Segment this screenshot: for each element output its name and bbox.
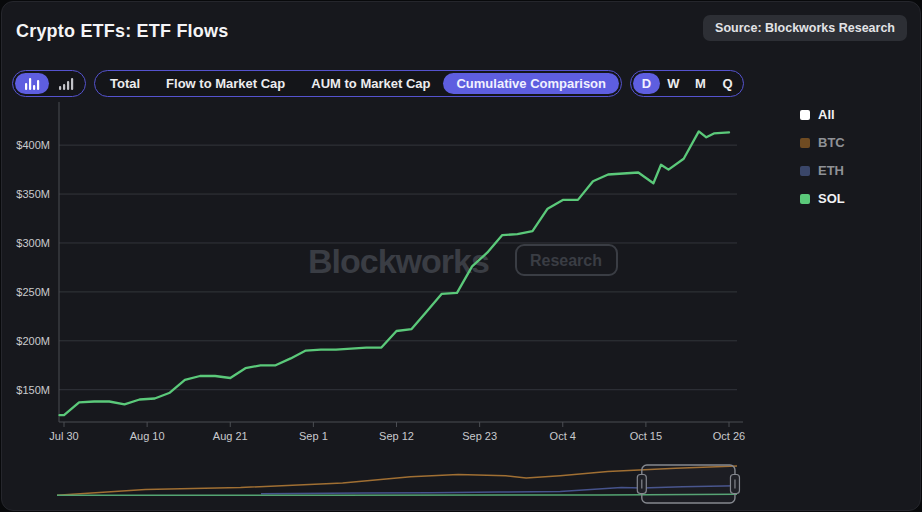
tab-flow-to-market-cap[interactable]: Flow to Market Cap	[153, 73, 298, 94]
legend-swatch-btc	[800, 138, 810, 148]
y-tick-label: $250M	[16, 286, 50, 298]
navigator-chart[interactable]	[57, 462, 737, 503]
chart-type-bar-button[interactable]	[15, 73, 49, 94]
legend-swatch-all	[800, 110, 810, 120]
x-tick-label: Aug 21	[213, 430, 248, 442]
tab-aum-to-market-cap[interactable]: AUM to Market Cap	[298, 73, 443, 94]
y-tick-label: $200M	[16, 335, 50, 347]
x-tick-label: Jul 30	[49, 430, 78, 442]
chart-card: $150M$200M$250M$300M$350M$400MJul 30Aug …	[1, 1, 921, 511]
y-tick-label: $300M	[16, 237, 50, 249]
x-tick-label: Sep 1	[299, 430, 328, 442]
page-title: Crypto ETFs: ETF Flows	[16, 21, 228, 42]
legend-item-btc[interactable]: BTC	[800, 135, 845, 150]
tab-cumulative-comparison[interactable]: Cumulative Comparison	[443, 73, 619, 94]
y-tick-label: $350M	[16, 188, 50, 200]
x-tick-label: Oct 15	[630, 430, 662, 442]
chart-type-column-button[interactable]	[49, 73, 83, 94]
chart-plot-area[interactable]	[59, 106, 737, 422]
legend-label-eth: ETH	[818, 163, 844, 178]
x-tick-label: Sep 12	[379, 430, 414, 442]
legend-item-all[interactable]: All	[800, 107, 845, 122]
period-toggle: D W M Q	[630, 70, 744, 97]
legend-swatch-eth	[800, 166, 810, 176]
legend-item-eth[interactable]: ETH	[800, 163, 845, 178]
y-tick-label: $150M	[16, 384, 50, 396]
legend-label-sol: SOL	[818, 191, 845, 206]
x-tick-label: Aug 10	[130, 430, 165, 442]
legend-swatch-sol	[800, 194, 810, 204]
period-month-button[interactable]: M	[687, 73, 714, 94]
tab-total[interactable]: Total	[97, 73, 153, 94]
legend-item-sol[interactable]: SOL	[800, 191, 845, 206]
legend-label-btc: BTC	[818, 135, 845, 150]
period-day-button[interactable]: D	[633, 73, 660, 94]
x-tick-label: Sep 23	[462, 430, 497, 442]
y-tick-label: $400M	[16, 139, 50, 151]
column-chart-icon	[58, 77, 74, 91]
period-week-button[interactable]: W	[660, 73, 687, 94]
source-badge: Source: Blockworks Research	[703, 15, 907, 41]
bar-chart-icon	[23, 77, 41, 91]
legend-label-all: All	[818, 107, 835, 122]
range-brush[interactable]	[642, 465, 735, 503]
chart-type-toggle	[12, 70, 86, 97]
legend: All BTC ETH SOL	[800, 107, 845, 219]
period-quarter-button[interactable]: Q	[714, 73, 741, 94]
view-tabs: Total Flow to Market Cap AUM to Market C…	[94, 70, 622, 97]
x-tick-label: Oct 4	[550, 430, 576, 442]
toolbar: Total Flow to Market Cap AUM to Market C…	[12, 70, 744, 97]
x-tick-label: Oct 26	[713, 430, 745, 442]
